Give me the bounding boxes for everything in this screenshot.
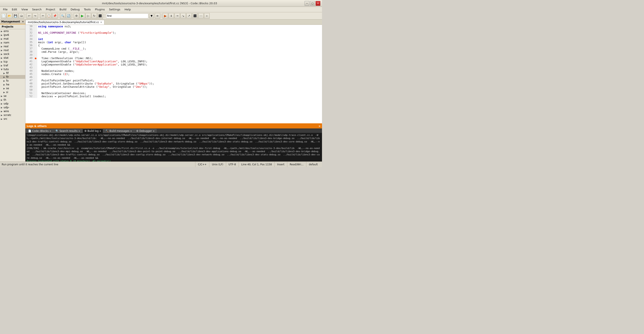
tree-item-rout[interactable]: ▶rout (0, 48, 25, 52)
save-all-button[interactable]: 🗂 (19, 13, 24, 19)
bottom-panel-close-button[interactable]: ✕ (318, 125, 321, 128)
build-run-button[interactable]: ▷ (86, 13, 91, 19)
tree-item-th[interactable]: ▶th (0, 98, 25, 102)
log-line-3: Process terminated with status 0 (0 minu… (27, 160, 321, 161)
code-editor[interactable]: 30 using namespace ns3; 31 32 (26, 25, 322, 123)
tree-item-stat[interactable]: ▶stat (0, 56, 25, 60)
log-content[interactable]: libapplications-obj.dir/model/udp-echo-s… (26, 133, 322, 161)
debug-run-to-cursor[interactable]: ↡ (168, 13, 174, 19)
bottom-tab-buildlog-close[interactable]: ✕ (100, 130, 101, 132)
code-line-43: 43 (26, 66, 322, 69)
minimize-button[interactable]: ─ (305, 1, 309, 6)
bottom-tab-buildlog[interactable]: ⚙️ Build log ✕ (82, 129, 103, 133)
bottom-tab-buildmsg[interactable]: 🔨 Build messages ✕ (104, 129, 134, 133)
window-controls[interactable]: ─ □ ✕ (305, 1, 320, 6)
menu-help[interactable]: Help (122, 8, 133, 12)
tree-item-tuto[interactable]: ▼tuto (0, 67, 25, 71)
tree-item-wire[interactable]: ▶wire (0, 109, 25, 113)
menu-view[interactable]: View (19, 8, 30, 12)
paste-button[interactable]: 📌 (52, 13, 58, 19)
tree-item-src[interactable]: ▶src (0, 117, 25, 121)
menu-file[interactable]: File (1, 8, 10, 12)
cut-button[interactable]: ✂ (40, 13, 46, 19)
debug-next-button[interactable]: → (174, 13, 180, 19)
code-line-46: 46 (26, 76, 322, 79)
undo-button[interactable]: ↩ (26, 13, 32, 19)
debug-step-out-button[interactable]: ↗ (186, 13, 192, 19)
bottom-tab-codeblocks[interactable]: 📄 Code::Blocks ✕ (26, 129, 53, 133)
menu-project[interactable]: Project (44, 8, 57, 12)
find-button[interactable]: 🔍 (60, 13, 66, 19)
tree-item-fir[interactable]: ▶fir (0, 75, 25, 79)
tree-item-tcp[interactable]: ▶tcp (0, 60, 25, 64)
status-language: C/C++ (195, 162, 209, 167)
menu-settings[interactable]: Settings (107, 8, 122, 12)
debug-more-button[interactable]: ⋯ (198, 13, 204, 19)
sidebar-close-button[interactable]: ✕ (22, 20, 24, 23)
tree-item-udp2[interactable]: ▶udp- (0, 106, 25, 109)
tree-item-udp[interactable]: ▶udp (0, 102, 25, 106)
new-file-button[interactable]: 📄 (1, 13, 6, 19)
tree-item-scratc[interactable]: ▶scratc (0, 113, 25, 117)
code-line-47: 47 PointToPointHelper pointToPoint; (26, 79, 322, 82)
bottom-tab-search[interactable]: 🔍 Search results ✕ (54, 129, 82, 133)
bottom-tab-buildmsg-close[interactable]: ✕ (130, 130, 132, 132)
tree-item-erro[interactable]: ▶erro (0, 29, 25, 33)
menu-build[interactable]: Build (57, 8, 68, 12)
run-button[interactable]: ▶ (80, 13, 85, 19)
code-line-32: 32 NS_LOG_COMPONENT_DEFINE ("FirstScript… (26, 31, 322, 34)
tree-item-mat[interactable]: ▶mat (0, 37, 25, 41)
code-line-40: 40 ● Time::SetResolution (Time::NS); (26, 57, 322, 60)
tab-close-button[interactable]: ✕ (100, 21, 102, 24)
tree-item-fif[interactable]: ▶fif (0, 71, 25, 75)
close-button[interactable]: ✕ (316, 1, 320, 6)
build-icon-btn[interactable]: ⚙ (74, 13, 79, 19)
status-default: default (306, 162, 320, 167)
tree-item-real[interactable]: ▶real (0, 45, 25, 48)
maximize-button[interactable]: □ (310, 1, 315, 6)
log-line-2: [336/336] : && ccache /usr/bin/c++ -g ex… (27, 147, 321, 160)
tree-item-ipv6[interactable]: ▶ipv6 (0, 33, 25, 37)
bottom-tab-search-close[interactable]: ✕ (78, 130, 80, 132)
replace-button[interactable]: 🔄 (66, 13, 71, 19)
code-line-31: 31 (26, 28, 322, 31)
tree-item-nam[interactable]: ▶nam (0, 41, 25, 45)
target-dropdown-button[interactable]: ▼ (149, 13, 154, 19)
tree-item-se2[interactable]: ▶se (0, 94, 25, 98)
editor-area: mnt/dev/tools/source/ns-3-dev/examples/t… (26, 20, 322, 123)
menu-plugins[interactable]: Plugins (93, 8, 107, 12)
stop-build-button[interactable]: ⬛ (98, 13, 103, 19)
bottom-tab-codeblocks-close[interactable]: ✕ (50, 130, 51, 132)
menu-edit[interactable]: Edit (10, 8, 19, 12)
target-input[interactable]: first (106, 13, 148, 19)
toolbar-sep-2 (39, 13, 39, 19)
debug-run-button[interactable]: ▶ (162, 13, 168, 19)
toolbar-expand-button[interactable]: » (204, 13, 210, 19)
code-line-39: 39 (26, 53, 322, 57)
copy-button[interactable]: 📋 (46, 13, 52, 19)
tree-item-si[interactable]: ▶si (0, 90, 25, 94)
sidebar-header: Management ✕ (0, 20, 25, 24)
tree-item-he[interactable]: ▶he (0, 83, 25, 87)
projects-tab[interactable]: Projects (0, 24, 25, 29)
tab-filename: mnt/dev/tools/source/ns-3-dev/examples/t… (28, 21, 99, 24)
tree-item-sock[interactable]: ▶sock (0, 52, 25, 56)
debug-step-button[interactable]: ↘ (180, 13, 186, 19)
debug-stop-button[interactable]: ⬛ (192, 13, 198, 19)
target-list-button[interactable]: ≡ (155, 13, 160, 19)
open-file-button[interactable]: 📂 (7, 13, 12, 19)
save-button[interactable]: 💾 (13, 13, 18, 19)
bottom-tab-debugger-close[interactable]: ✕ (153, 130, 154, 132)
tree-item-se1[interactable]: ▶se (0, 87, 25, 90)
editor-tab-first[interactable]: mnt/dev/tools/source/ns-3-dev/examples/t… (26, 20, 104, 25)
tree-item-traf[interactable]: ▶traf (0, 64, 25, 67)
bottom-tab-debugger[interactable]: ⚙️ Debugger ✕ (134, 129, 156, 133)
menu-search[interactable]: Search (30, 8, 44, 12)
code-line-35: 35 main (int argc, char *argv[]) (26, 41, 322, 44)
rebuild-button[interactable]: ↻ (92, 13, 97, 19)
tree-item-fo[interactable]: ▶fo (0, 79, 25, 83)
redo-button[interactable]: ↪ (32, 13, 38, 19)
code-line-48: 48 pointToPoint.SetDeviceAttribute ("Dat… (26, 82, 322, 85)
menu-tools[interactable]: Tools (82, 8, 93, 12)
menu-debug[interactable]: Debug (68, 8, 82, 12)
